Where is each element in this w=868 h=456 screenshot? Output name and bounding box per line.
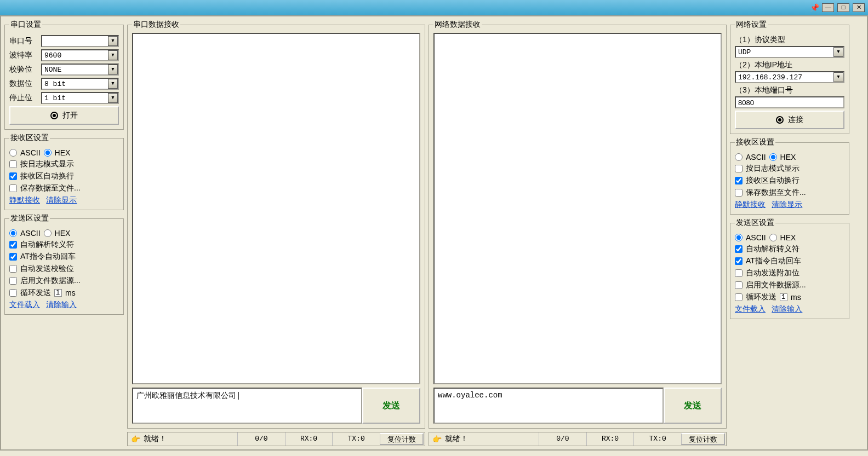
serial-settings-group: 串口设置 串口号 ▾ 波特率 9600▾ 校验位 NONE▾ 数据位 8 bit… xyxy=(4,20,124,130)
close-button[interactable]: ✕ xyxy=(853,3,865,12)
send-hex-radio[interactable] xyxy=(44,229,52,237)
parity-label: 校验位 xyxy=(9,65,38,74)
serial-tx-count: TX:0 xyxy=(332,432,380,446)
left-panel: 串口设置 串口号 ▾ 波特率 9600▾ 校验位 NONE▾ 数据位 8 bit… xyxy=(4,20,124,446)
network-rx-count: RX:0 xyxy=(586,432,634,446)
pointer-icon: 👉 xyxy=(432,435,442,443)
databits-combo[interactable]: 8 bit▾ xyxy=(41,78,119,90)
connect-label: 连接 xyxy=(788,115,803,125)
recv-hex-radio[interactable] xyxy=(44,149,52,157)
chevron-down-icon: ▾ xyxy=(108,65,118,74)
chevron-down-icon: ▾ xyxy=(108,93,118,103)
send-hex-radio[interactable] xyxy=(769,234,777,241)
network-send-settings-group: 发送区设置 ASCII HEX 自动解析转义符 AT指令自动回车 自动发送附加位… xyxy=(730,218,849,319)
serial-send-settings-group: 发送区设置 ASCII HEX 自动解析转义符 AT指令自动回车 自动发送校验位… xyxy=(4,213,124,315)
serial-reset-counter-button[interactable]: 复位计数 xyxy=(380,433,424,445)
serial-send-button[interactable]: 发送 xyxy=(362,388,420,424)
recv-ascii-radio[interactable] xyxy=(735,153,743,161)
chevron-down-icon: ▾ xyxy=(833,72,843,82)
ip-combo[interactable]: 192.168.239.127▾ xyxy=(735,71,844,83)
right-panel: 网络设置 （1）协议类型 UDP▾ （2）本地IP地址 192.168.239.… xyxy=(730,20,849,446)
parity-combo[interactable]: NONE▾ xyxy=(41,64,119,76)
recv-logmode-checkbox[interactable] xyxy=(9,160,17,168)
network-send-button[interactable]: 发送 xyxy=(664,388,722,424)
clear-display-link[interactable]: 清除显示 xyxy=(46,195,77,204)
recv-legend: 接收区设置 xyxy=(9,133,50,143)
baud-label: 波特率 xyxy=(9,50,38,60)
chevron-down-icon: ▾ xyxy=(108,79,118,89)
recv-legend: 接收区设置 xyxy=(735,137,775,147)
loop-interval-input[interactable] xyxy=(54,289,62,297)
record-icon xyxy=(776,116,784,124)
network-tx-count: TX:0 xyxy=(633,432,681,446)
clear-input-link[interactable]: 清除输入 xyxy=(46,300,77,309)
network-reset-counter-button[interactable]: 复位计数 xyxy=(681,433,725,445)
loop-send-checkbox[interactable] xyxy=(9,289,17,297)
connect-button[interactable]: 连接 xyxy=(735,111,844,129)
network-recv-textbox[interactable] xyxy=(433,33,722,384)
silent-recv-link[interactable]: 静默接收 xyxy=(735,200,766,209)
file-src-checkbox[interactable] xyxy=(9,277,17,285)
serial-recv-area: 串口数据接收 发送 xyxy=(127,20,425,429)
pin-icon[interactable]: 📌 xyxy=(810,3,819,12)
network-legend: 网络设置 xyxy=(735,20,768,30)
auto-checksum-checkbox[interactable] xyxy=(9,265,17,273)
recv-ascii-radio[interactable] xyxy=(9,149,17,157)
network-recv-area: 网络数据接收 发送 xyxy=(429,20,727,429)
stopbits-label: 停止位 xyxy=(9,93,38,103)
send-ascii-radio[interactable] xyxy=(9,229,17,237)
recv-logmode-checkbox[interactable] xyxy=(735,165,743,172)
maximize-button[interactable]: □ xyxy=(837,3,849,12)
port-label: （3）本地端口号 xyxy=(735,85,844,95)
pointer-icon: 👉 xyxy=(131,435,140,443)
at-cr-checkbox[interactable] xyxy=(735,257,743,265)
auto-escape-checkbox[interactable] xyxy=(9,241,17,249)
at-cr-checkbox[interactable] xyxy=(9,253,17,261)
recv-savefile-checkbox[interactable] xyxy=(735,189,743,197)
send-ascii-radio[interactable] xyxy=(735,234,743,241)
load-file-link[interactable]: 文件载入 xyxy=(735,304,766,313)
databits-label: 数据位 xyxy=(9,79,38,89)
auto-escape-checkbox[interactable] xyxy=(735,245,743,253)
stopbits-combo[interactable]: 1 bit▾ xyxy=(41,92,119,104)
serial-port-combo[interactable]: ▾ xyxy=(41,35,119,47)
send-legend: 发送区设置 xyxy=(735,218,775,228)
recv-autowrap-checkbox[interactable] xyxy=(9,172,17,180)
baud-combo[interactable]: 9600▾ xyxy=(41,49,119,61)
send-legend: 发送区设置 xyxy=(9,213,50,223)
main-frame: 串口设置 串口号 ▾ 波特率 9600▾ 校验位 NONE▾ 数据位 8 bit… xyxy=(0,15,868,451)
title-bar: 📌 — □ ✕ xyxy=(0,0,868,15)
record-icon xyxy=(50,112,58,119)
minimize-button[interactable]: — xyxy=(822,3,834,12)
recv-hex-radio[interactable] xyxy=(769,153,777,161)
ip-label: （2）本地IP地址 xyxy=(735,60,844,70)
serial-rx-count: RX:0 xyxy=(285,432,333,446)
network-send-input[interactable] xyxy=(433,388,664,424)
proto-combo[interactable]: UDP▾ xyxy=(735,46,844,58)
serial-mid-column: 串口数据接收 发送 👉就绪！ 0/0 RX:0 TX:0 复位计数 xyxy=(127,20,425,446)
loop-interval-input[interactable] xyxy=(780,293,787,301)
silent-recv-link[interactable]: 静默接收 xyxy=(9,195,40,204)
chevron-down-icon: ▾ xyxy=(833,47,843,57)
proto-label: （1）协议类型 xyxy=(735,35,844,45)
auto-append-checkbox[interactable] xyxy=(735,269,743,277)
chevron-down-icon: ▾ xyxy=(108,36,118,46)
loop-send-checkbox[interactable] xyxy=(735,293,743,301)
status-ready: 就绪！ xyxy=(445,434,468,444)
clear-input-link[interactable]: 清除输入 xyxy=(772,304,802,313)
serial-port-label: 串口号 xyxy=(9,36,38,46)
serial-recv-textbox[interactable] xyxy=(132,33,420,384)
load-file-link[interactable]: 文件载入 xyxy=(9,300,40,309)
serial-send-input[interactable] xyxy=(132,388,362,424)
serial-recv-settings-group: 接收区设置 ASCII HEX 按日志模式显示 接收区自动换行 保存数据至文件.… xyxy=(4,133,124,210)
recv-savefile-checkbox[interactable] xyxy=(9,184,17,192)
serial-open-button[interactable]: 打开 xyxy=(9,106,119,125)
recv-autowrap-checkbox[interactable] xyxy=(735,177,743,184)
serial-sendrecv-count: 0/0 xyxy=(237,432,285,446)
chevron-down-icon: ▾ xyxy=(108,50,118,60)
port-input[interactable] xyxy=(735,96,844,108)
serial-recv-legend: 串口数据接收 xyxy=(132,20,180,30)
clear-display-link[interactable]: 清除显示 xyxy=(772,200,802,209)
file-src-checkbox[interactable] xyxy=(735,281,743,289)
serial-legend: 串口设置 xyxy=(9,20,42,30)
